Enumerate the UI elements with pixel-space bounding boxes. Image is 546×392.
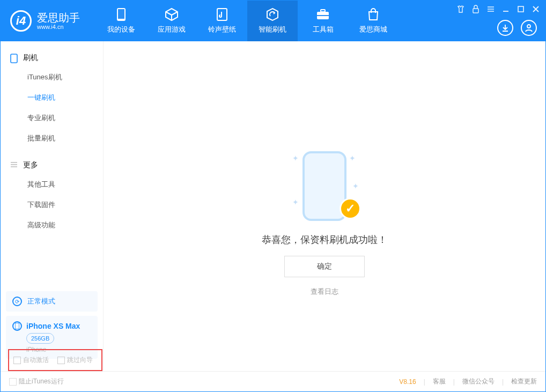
maximize-icon[interactable] [517,5,525,13]
section-label: 更多 [23,160,38,170]
ok-button[interactable]: 确定 [284,256,365,277]
tab-apps[interactable]: 应用游戏 [146,1,197,41]
checkbox-label: 自动激活 [23,356,49,364]
view-log-link[interactable]: 查看日志 [311,287,338,297]
sync-icon: ⟳ [12,297,22,306]
sidebar-item-oneclick-flash[interactable]: 一键刷机 [1,87,103,108]
svg-rect-7 [518,6,523,12]
sidebar-item-other-tools[interactable]: 其他工具 [1,174,103,195]
bag-icon [366,8,380,21]
header-right-badges [497,20,537,36]
separator: | [453,378,455,386]
main-panel: ✦ ✦ ✦ ✦ ✓ 恭喜您，保资料刷机成功啦！ 确定 查看日志 [104,41,545,371]
main-tabs: 我的设备 应用游戏 铃声壁纸 智能刷机 工具箱 爱思商城 [96,1,399,41]
flash-options-box: 自动激活 跳过向导 [8,349,102,371]
lock-icon[interactable] [471,5,480,13]
logo-text: 爱思助手 www.i4.cn [37,12,80,30]
device-icon [12,321,22,331]
mode-label: 正常模式 [27,297,55,306]
sidebar-item-batch-flash[interactable]: 批量刷机 [1,128,103,149]
tab-label: 工具箱 [313,25,334,34]
svg-rect-6 [473,9,478,13]
tab-smart-flash[interactable]: 智能刷机 [247,1,298,41]
close-icon[interactable] [532,5,540,13]
hexagon-sync-icon [265,8,279,21]
tab-label: 应用游戏 [158,25,186,34]
status-bar: 阻止iTunes运行 V8.16 | 客服 | 微信公众号 | 检查更新 [1,371,545,391]
checkbox-label: 阻止iTunes运行 [19,378,64,385]
skip-wizard-checkbox[interactable]: 跳过向导 [57,356,93,365]
wechat-link[interactable]: 微信公众号 [462,377,495,386]
sparkle-icon: ✦ [292,154,299,162]
sidebar-item-pro-flash[interactable]: 专业刷机 [1,108,103,128]
tab-label: 我的设备 [107,25,135,34]
sidebar: 刷机 iTunes刷机 一键刷机 专业刷机 批量刷机 更多 其他工具 下载固件 … [1,41,104,371]
user-badge-icon[interactable] [521,20,537,36]
svg-rect-5 [317,15,329,16]
music-file-icon [215,8,229,21]
auto-activate-checkbox[interactable]: 自动激活 [13,356,49,365]
support-link[interactable]: 客服 [433,377,446,386]
check-update-link[interactable]: 检查更新 [511,377,537,386]
tab-my-device[interactable]: 我的设备 [96,1,146,41]
app-header: i4 爱思助手 www.i4.cn 我的设备 应用游戏 铃声壁纸 智能刷机 工具… [1,1,545,41]
check-badge-icon: ✓ [340,198,361,219]
svg-rect-9 [11,54,17,63]
sparkle-icon: ✦ [352,182,359,190]
success-message: 恭喜您，保资料刷机成功啦！ [262,233,387,246]
svg-rect-4 [321,10,325,12]
app-name: 爱思助手 [37,12,80,24]
device-name: iPhone XS Max [26,322,80,330]
mode-card[interactable]: ⟳ 正常模式 [6,291,98,312]
sidebar-item-itunes-flash[interactable]: iTunes刷机 [1,67,103,87]
download-badge-icon[interactable] [497,20,513,36]
separator: | [424,378,425,386]
status-right: V8.16 | 客服 | 微信公众号 | 检查更新 [399,377,537,386]
phone-icon [114,8,128,21]
list-icon [10,161,19,169]
app-logo: i4 爱思助手 www.i4.cn [1,1,90,41]
logo-icon: i4 [10,10,32,32]
sparkle-icon: ✦ [349,154,356,162]
tab-ringtones[interactable]: 铃声壁纸 [197,1,247,41]
minimize-icon[interactable] [501,5,510,13]
section-label: 刷机 [23,53,38,63]
window-controls [456,5,540,13]
tab-store[interactable]: 爱思商城 [348,1,399,41]
tab-label: 铃声壁纸 [208,25,236,34]
success-illustration: ✦ ✦ ✦ ✦ ✓ [292,149,357,224]
tab-label: 爱思商城 [359,25,387,34]
sparkle-icon: ✦ [292,198,299,206]
status-left: 阻止iTunes运行 [9,377,64,386]
menu-icon[interactable] [486,5,495,13]
svg-rect-1 [118,9,124,19]
cube-icon [165,8,179,21]
svg-rect-10 [15,323,19,329]
tab-label: 智能刷机 [259,25,286,34]
version-label: V8.16 [399,378,416,386]
block-itunes-checkbox[interactable]: 阻止iTunes运行 [9,377,64,386]
app-site: www.i4.cn [37,24,80,30]
device-storage: 256GB [26,333,54,344]
phone-outline-icon [10,54,19,62]
svg-point-8 [527,25,530,28]
sidebar-section-flash: 刷机 [1,49,103,67]
tab-toolbox[interactable]: 工具箱 [298,1,348,41]
shirt-icon[interactable] [456,5,465,13]
sidebar-section-more: 更多 [1,156,103,174]
sidebar-item-advanced[interactable]: 高级功能 [1,215,103,235]
checkbox-label: 跳过向导 [67,356,93,364]
sidebar-item-download-fw[interactable]: 下载固件 [1,195,103,215]
content-area: 刷机 iTunes刷机 一键刷机 专业刷机 批量刷机 更多 其他工具 下载固件 … [1,41,545,371]
separator: | [502,378,504,386]
briefcase-icon [316,8,330,21]
success-block: ✦ ✦ ✦ ✦ ✓ 恭喜您，保资料刷机成功啦！ 确定 查看日志 [104,149,545,297]
